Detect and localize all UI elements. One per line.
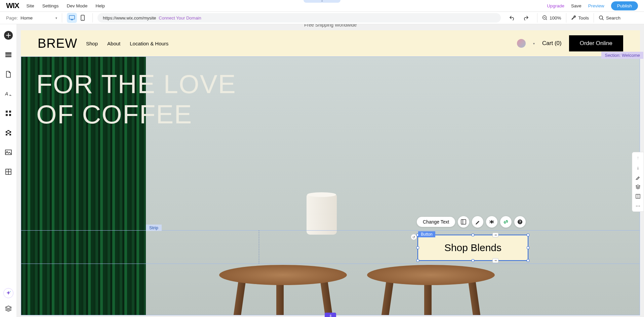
sections-icon[interactable]: [4, 50, 13, 59]
help-icon[interactable]: ?: [514, 216, 526, 228]
avatar-icon[interactable]: [517, 39, 526, 48]
add-element-button[interactable]: [4, 31, 13, 40]
strip-label[interactable]: Strip: [146, 225, 162, 231]
page-label: Page:: [6, 15, 18, 21]
editor-canvas[interactable]: Free Shipping Worldwide BREW Shop About …: [17, 24, 644, 317]
svg-rect-13: [6, 111, 8, 113]
menu-site[interactable]: Site: [27, 3, 34, 8]
svg-rect-23: [461, 220, 466, 224]
hero-image-stool: [209, 245, 357, 315]
desktop-view-button[interactable]: [67, 13, 77, 23]
divider: [92, 13, 93, 23]
section-resize-handle[interactable]: ⇕: [325, 313, 336, 317]
site-brand[interactable]: BREW: [38, 36, 77, 51]
wrench-icon: [571, 15, 576, 21]
left-sidebar: A: [0, 24, 17, 317]
zoom-control[interactable]: 100%: [542, 15, 561, 21]
resize-handle[interactable]: [527, 259, 529, 262]
design-icon[interactable]: [472, 216, 483, 228]
reset-icon[interactable]: ↺: [411, 234, 417, 240]
svg-point-7: [599, 16, 603, 19]
media-icon[interactable]: [4, 148, 13, 157]
hero-section[interactable]: FOR THE LOVE OF COFFEE: [21, 56, 640, 315]
tools-button[interactable]: Tools: [571, 15, 589, 21]
svg-line-6: [546, 19, 547, 20]
grid-icon[interactable]: [636, 194, 640, 199]
theme-icon[interactable]: A: [4, 89, 13, 98]
upgrade-link[interactable]: Upgrade: [547, 3, 564, 8]
collapse-top-icon[interactable]: ⌃: [304, 0, 340, 3]
zoom-value: 100%: [550, 15, 561, 21]
apps-icon[interactable]: [4, 109, 13, 118]
resize-handle[interactable]: [472, 259, 474, 262]
save-button[interactable]: Save: [571, 3, 581, 8]
page-dropdown[interactable]: Page: Home ▾: [6, 15, 57, 21]
url-bar[interactable]: https://www.wix.com/mysite Connect Your …: [97, 13, 501, 23]
shipping-banner: Free Shipping Worldwide: [21, 24, 640, 29]
divider: [594, 13, 594, 23]
hero-heading[interactable]: FOR THE LOVE OF COFFEE: [36, 69, 236, 129]
svg-rect-14: [9, 111, 11, 113]
connect-domain-link[interactable]: Connect Your Domain: [159, 15, 201, 21]
resize-handle[interactable]: [416, 246, 419, 249]
ai-assistant-button[interactable]: [3, 288, 13, 298]
divider: [537, 13, 537, 23]
site-header[interactable]: BREW Shop About Location & Hours ▾ Cart …: [21, 30, 640, 56]
arrow-down-icon[interactable]: ↓: [637, 165, 639, 170]
element-context-toolbar: Change Text ?: [417, 216, 526, 228]
page-name: Home: [21, 15, 33, 21]
svg-point-22: [9, 291, 10, 292]
change-text-button[interactable]: Change Text: [417, 217, 455, 227]
layers-stack-icon[interactable]: [636, 185, 640, 189]
cart-link[interactable]: Cart (0): [542, 40, 562, 47]
animation-icon[interactable]: [486, 216, 497, 228]
preview-button[interactable]: Preview: [588, 3, 604, 8]
link-icon[interactable]: [500, 216, 512, 228]
content-icon[interactable]: [4, 167, 13, 176]
svg-rect-9: [5, 52, 11, 54]
undo-button[interactable]: [506, 13, 519, 23]
search-button[interactable]: Search: [599, 15, 620, 21]
edit-icon[interactable]: [636, 175, 640, 180]
button-text: Shop Blends: [444, 242, 501, 253]
svg-rect-10: [5, 54, 11, 55]
hero-line2: OF COFFEE: [36, 100, 236, 130]
nav-location[interactable]: Location & Hours: [130, 41, 168, 46]
publish-button[interactable]: Publish: [611, 1, 638, 10]
layers-icon[interactable]: [4, 304, 13, 313]
layout-icon[interactable]: [458, 216, 469, 228]
svg-rect-17: [5, 150, 11, 155]
selected-button-element[interactable]: Shop Blends ↺ ⇥ ⇥: [417, 235, 528, 261]
arrow-up-icon[interactable]: ↑: [637, 155, 639, 160]
pages-icon[interactable]: [4, 70, 13, 79]
chevron-down-icon[interactable]: ▾: [533, 42, 535, 45]
svg-rect-15: [6, 114, 8, 116]
element-type-label[interactable]: Button: [418, 231, 435, 237]
redo-button[interactable]: [519, 13, 532, 23]
zoom-out-icon: [542, 15, 548, 21]
alignment-guide: [259, 230, 259, 264]
more-icon[interactable]: ⋯: [636, 203, 640, 209]
menu-devmode[interactable]: Dev Mode: [67, 3, 88, 8]
menu-help[interactable]: Help: [95, 3, 105, 8]
stretch-handle-icon[interactable]: ⇥: [492, 233, 498, 237]
svg-rect-1: [71, 19, 73, 20]
section-label[interactable]: Section: Welcome: [601, 52, 643, 59]
order-button[interactable]: Order Online: [569, 35, 623, 51]
svg-line-8: [602, 19, 604, 20]
resize-handle[interactable]: [527, 246, 529, 249]
stretch-handle-icon[interactable]: ⇥: [492, 258, 498, 263]
menu-settings[interactable]: Settings: [42, 3, 59, 8]
svg-rect-0: [69, 15, 75, 19]
nav-shop[interactable]: Shop: [86, 41, 98, 46]
resize-handle[interactable]: [416, 259, 419, 262]
chevron-down-icon: ▾: [55, 16, 57, 20]
resize-handle[interactable]: [527, 234, 529, 236]
business-icon[interactable]: [4, 128, 13, 137]
divider: [566, 13, 566, 23]
mobile-view-button[interactable]: [78, 13, 88, 23]
search-icon: [599, 15, 604, 21]
hero-image-cup: [307, 194, 337, 235]
resize-handle[interactable]: [472, 234, 474, 236]
nav-about[interactable]: About: [107, 41, 120, 46]
